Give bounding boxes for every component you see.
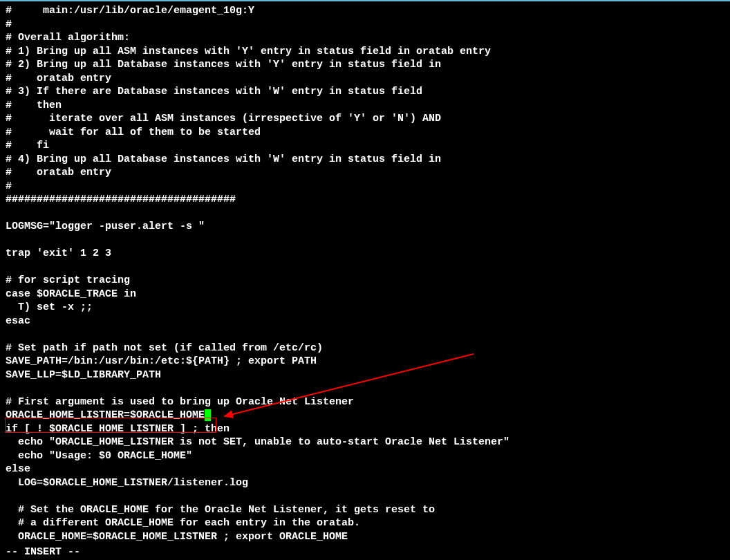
terminal-line: echo "ORACLE_HOME_LISTNER is not SET, un…: [6, 436, 724, 449]
terminal-line: SAVE_PATH=/bin:/usr/bin:/etc:${PATH} ; e…: [6, 355, 724, 368]
terminal-line: # 4) Bring up all Database instances wit…: [6, 153, 724, 167]
terminal-line: # Set path if path not set (if called fr…: [6, 342, 724, 355]
terminal-line: # Overall algorithm:: [6, 31, 724, 45]
terminal-line: # 2) Bring up all Database instances wit…: [6, 58, 724, 72]
terminal-line: # main:/usr/lib/oracle/emagent_10g:Y: [6, 4, 724, 18]
terminal-window[interactable]: # main:/usr/lib/oracle/emagent_10g:Y## O…: [0, 0, 730, 560]
cursor: [205, 409, 211, 421]
terminal-line: # fi: [6, 139, 724, 153]
terminal-line: [6, 382, 724, 395]
terminal-line: #####################################: [6, 193, 724, 207]
terminal-line: # iterate over all ASM instances (irresp…: [6, 112, 724, 126]
terminal-line: echo "Usage: $0 ORACLE_HOME": [6, 449, 724, 463]
terminal-line: # 3) If there are Database instances wit…: [6, 85, 724, 99]
terminal-line: SAVE_LLP=$LD_LIBRARY_PATH: [6, 368, 724, 382]
terminal-line: T) set -x ;;: [6, 301, 724, 315]
terminal-line: # then: [6, 99, 724, 113]
terminal-line: # 1) Bring up all ASM instances with 'Y'…: [6, 45, 724, 59]
terminal-line: [6, 489, 724, 503]
terminal-line: ORACLE_HOME=$ORACLE_HOME_LISTNER ; expor…: [6, 530, 724, 544]
terminal-line: #: [6, 180, 724, 194]
terminal-line: LOGMSG="logger -puser.alert -s ": [6, 220, 724, 234]
terminal-line: # oratab entry: [6, 72, 724, 86]
terminal-line: LOG=$ORACLE_HOME_LISTNER/listener.log: [6, 476, 724, 490]
terminal-line: # a different ORACLE_HOME for each entry…: [6, 516, 724, 530]
terminal-line: [6, 328, 724, 342]
terminal-content[interactable]: # main:/usr/lib/oracle/emagent_10g:Y## O…: [6, 4, 724, 543]
terminal-line: [6, 234, 724, 248]
terminal-line: # for script tracing: [6, 274, 724, 288]
terminal-line: ORACLE_HOME_LISTNER=$ORACLE_HOME: [6, 409, 724, 422]
terminal-line: [6, 261, 724, 274]
terminal-line: # oratab entry: [6, 166, 724, 180]
terminal-line: trap 'exit' 1 2 3: [6, 247, 724, 261]
terminal-line: # wait for all of them to be started: [6, 126, 724, 140]
terminal-line: esac: [6, 315, 724, 328]
terminal-line: [6, 207, 724, 221]
terminal-line: if [ ! $ORACLE_HOME_LISTNER ] ; then: [6, 422, 724, 436]
terminal-line: # Set the ORACLE_HOME for the Oracle Net…: [6, 503, 724, 517]
vim-status: -- INSERT --: [6, 545, 80, 559]
terminal-line: else: [6, 463, 724, 476]
terminal-line: case $ORACLE_TRACE in: [6, 288, 724, 301]
terminal-line: #: [6, 18, 724, 32]
terminal-line: # First argument is used to bring up Ora…: [6, 395, 724, 409]
